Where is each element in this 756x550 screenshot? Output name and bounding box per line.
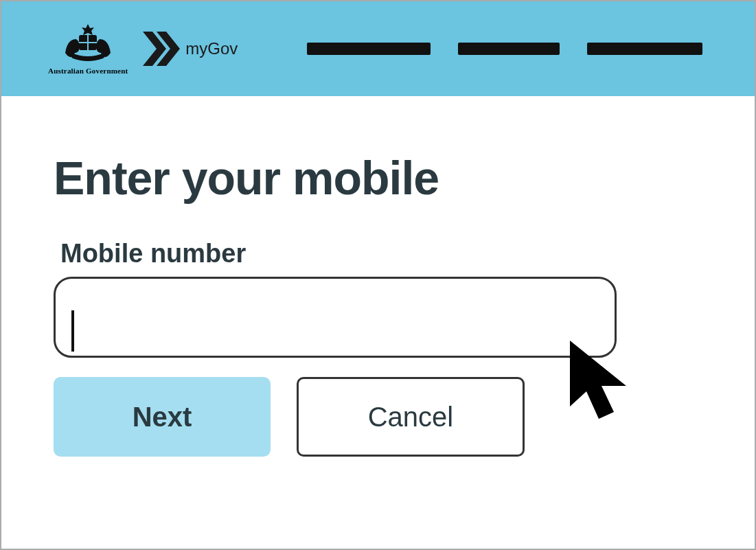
mobile-field-group: Mobile number xyxy=(54,239,702,358)
mygov-label: myGov xyxy=(185,39,238,58)
next-button-label: Next xyxy=(133,402,192,433)
cancel-button[interactable]: Cancel xyxy=(297,377,525,457)
mygov-logo: myGov xyxy=(140,29,238,69)
nav-placeholder-1 xyxy=(307,43,431,55)
cancel-button-label: Cancel xyxy=(368,402,454,433)
page-title: Enter your mobile xyxy=(54,151,702,205)
text-cursor-icon xyxy=(71,310,74,352)
mygov-chevrons-icon xyxy=(140,29,180,69)
mobile-number-input[interactable] xyxy=(54,277,617,358)
header-bar: Australian Government myGov xyxy=(1,1,755,96)
australian-government-label: Australian Government xyxy=(48,67,128,75)
mobile-number-label: Mobile number xyxy=(60,239,702,268)
button-row: Next Cancel xyxy=(54,377,702,457)
australian-government-logo: Australian Government xyxy=(48,23,128,75)
nav-placeholder-3 xyxy=(587,43,702,55)
nav-placeholder-2 xyxy=(458,43,560,55)
main-content: Enter your mobile Mobile number Next Can… xyxy=(1,96,755,484)
header-left-group: Australian Government myGov xyxy=(48,23,238,75)
coat-of-arms-icon xyxy=(56,23,119,65)
next-button[interactable]: Next xyxy=(54,377,271,457)
header-nav-placeholder xyxy=(307,43,708,55)
